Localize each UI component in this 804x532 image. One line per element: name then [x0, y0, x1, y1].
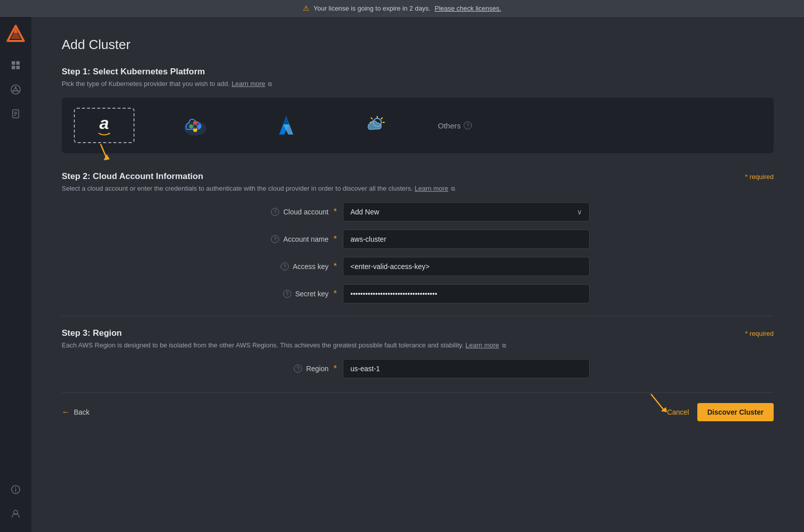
cloud-account-inner: ? Cloud account * Add New ∨ — [246, 202, 590, 221]
platform-option-aws[interactable]: a — [74, 108, 135, 143]
step2-section: Step 2: Cloud Account Information * requ… — [62, 171, 774, 303]
account-name-input[interactable] — [343, 230, 590, 249]
cloud-account-label: Cloud account — [283, 208, 329, 216]
warning-icon: ⚠ — [303, 4, 309, 12]
warning-banner: ⚠ Your license is going to expire in 2 d… — [0, 0, 804, 17]
svg-point-20 — [15, 487, 16, 489]
account-name-row: ? Account name * — [62, 230, 774, 249]
platform-option-cloud[interactable] — [347, 108, 408, 143]
access-key-inner: ? Access key * — [246, 257, 590, 276]
svg-rect-6 — [16, 66, 20, 69]
aws-logo-smile — [97, 132, 112, 137]
step2-description: Select a cloud account or enter the cred… — [62, 185, 774, 192]
sidebar — [0, 17, 31, 532]
cloud-account-label-group: ? Cloud account * — [246, 207, 337, 216]
selection-arrow — [97, 144, 112, 162]
platform-option-others[interactable]: Others ? — [438, 121, 472, 130]
platform-option-gcp[interactable] — [165, 108, 226, 143]
external-link-icon: ⧉ — [268, 81, 272, 87]
account-name-label: Account name — [283, 235, 329, 243]
action-bar: ← Back Cancel Discover Cluster — [62, 392, 774, 421]
access-key-input[interactable] — [343, 257, 590, 276]
others-label: Others — [438, 121, 461, 130]
step-divider — [62, 316, 774, 316]
sidebar-item-network[interactable] — [6, 79, 26, 100]
secret-key-inner: ? Secret key * — [246, 284, 590, 303]
region-label: Region — [306, 365, 328, 373]
gcp-logo — [182, 115, 208, 136]
sidebar-item-dashboard[interactable] — [6, 55, 26, 75]
step1-header: Step 1: Select Kubernetes Platform — [62, 67, 774, 77]
access-key-row: ? Access key * — [62, 257, 774, 276]
access-key-label-group: ? Access key * — [246, 262, 337, 271]
back-label: Back — [74, 408, 90, 416]
svg-line-38 — [381, 118, 382, 119]
app-layout: Add Cluster Step 1: Select Kubernetes Pl… — [0, 17, 804, 532]
cloud-account-row: ? Cloud account * Add New ∨ — [62, 202, 774, 221]
svg-line-40 — [371, 118, 372, 119]
discover-arrow-icon — [649, 392, 674, 414]
step3-description: Each AWS Region is designed to be isolat… — [62, 341, 774, 349]
check-licenses-link[interactable]: Please check licenses. — [434, 5, 501, 12]
access-key-help[interactable]: ? — [281, 262, 289, 271]
account-name-label-group: ? Account name * — [246, 235, 337, 244]
region-help[interactable]: ? — [294, 365, 302, 373]
svg-line-11 — [16, 88, 18, 91]
svg-point-28 — [197, 124, 201, 128]
svg-marker-35 — [283, 116, 289, 124]
page-title: Add Cluster — [62, 37, 774, 53]
step2-title: Step 2: Cloud Account Information — [62, 171, 203, 182]
aws-logo: a — [97, 114, 112, 137]
external-link-icon3: ⧉ — [502, 342, 506, 348]
secret-key-input[interactable] — [343, 284, 590, 303]
access-key-label: Access key — [293, 262, 329, 271]
step1-learn-more[interactable]: Learn more — [232, 80, 265, 87]
account-name-help[interactable]: ? — [271, 235, 279, 243]
cloud-account-value: Add New — [350, 208, 379, 216]
sidebar-bottom — [6, 479, 26, 524]
main-content: Add Cluster Step 1: Select Kubernetes Pl… — [31, 17, 804, 532]
cloud-account-dropdown[interactable]: Add New ∨ — [343, 202, 590, 221]
back-arrow-icon: ← — [62, 408, 70, 417]
step1-title: Step 1: Select Kubernetes Platform — [62, 67, 205, 77]
aws-logo-a: a — [100, 114, 109, 131]
aws-option[interactable]: a — [74, 108, 135, 143]
step2-required: * required — [745, 173, 774, 181]
region-input[interactable] — [343, 359, 590, 378]
region-row: ? Region * — [62, 359, 774, 378]
sidebar-item-audit[interactable] — [6, 104, 26, 124]
region-inner: ? Region * — [246, 359, 590, 378]
step3-header: Step 3: Region * required — [62, 328, 774, 338]
secret-key-label: Secret key — [295, 290, 329, 298]
step3-title: Step 3: Region — [62, 328, 122, 338]
secret-key-row: ? Secret key * — [62, 284, 774, 303]
svg-line-42 — [651, 394, 664, 410]
svg-rect-3 — [12, 61, 15, 65]
back-button[interactable]: ← Back — [62, 408, 90, 417]
svg-point-30 — [189, 124, 193, 128]
app-logo[interactable] — [7, 25, 25, 43]
platform-option-azure[interactable] — [256, 108, 317, 143]
step3-section: Step 3: Region * required Each AWS Regio… — [62, 328, 774, 378]
svg-line-12 — [14, 88, 16, 91]
sidebar-item-user[interactable] — [6, 504, 26, 524]
svg-marker-24 — [104, 154, 110, 160]
others-help-icon: ? — [464, 121, 472, 129]
secret-key-help[interactable]: ? — [283, 290, 291, 298]
warning-text: Your license is going to expire in 2 day… — [314, 5, 431, 12]
step3-required: * required — [745, 330, 774, 337]
region-label-group: ? Region * — [246, 364, 337, 373]
svg-rect-5 — [12, 66, 15, 69]
action-right: Cancel Discover Cluster — [659, 403, 774, 421]
discover-cluster-button[interactable]: Discover Cluster — [697, 403, 774, 421]
step2-learn-more[interactable]: Learn more — [415, 185, 448, 192]
dropdown-chevron-icon: ∨ — [577, 208, 582, 216]
account-name-inner: ? Account name * — [246, 230, 590, 249]
sidebar-item-info[interactable] — [6, 479, 26, 500]
cloud-account-help[interactable]: ? — [271, 208, 279, 216]
azure-logo — [274, 114, 298, 137]
step3-learn-more[interactable]: Learn more — [466, 341, 499, 349]
step1-section: Step 1: Select Kubernetes Platform Pick … — [62, 67, 774, 153]
secret-key-label-group: ? Secret key * — [246, 289, 337, 298]
cloud-logo — [364, 114, 390, 137]
